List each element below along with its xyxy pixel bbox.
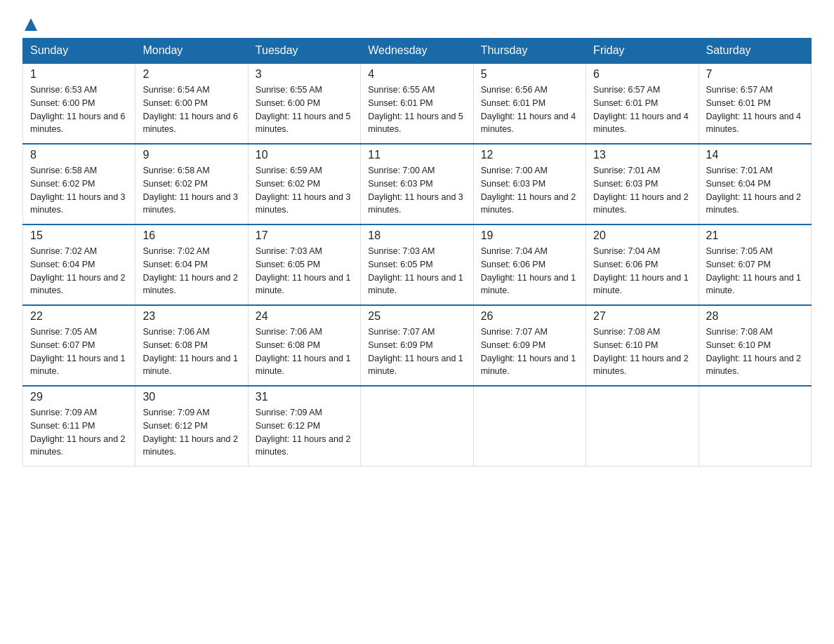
calendar-cell [699,386,811,467]
calendar-cell: 8Sunrise: 6:58 AMSunset: 6:02 PMDaylight… [23,144,135,224]
calendar-cell: 21Sunrise: 7:05 AMSunset: 6:07 PMDayligh… [699,224,811,305]
calendar-cell: 11Sunrise: 7:00 AMSunset: 6:03 PMDayligh… [361,144,473,224]
day-number: 18 [368,229,465,242]
day-info: Sunrise: 6:59 AMSunset: 6:02 PMDaylight:… [256,164,353,217]
calendar-cell: 6Sunrise: 6:57 AMSunset: 6:01 PMDaylight… [586,63,699,144]
day-number: 20 [593,229,691,242]
calendar-table: SundayMondayTuesdayWednesdayThursdayFrid… [22,38,812,467]
calendar-week-row: 22Sunrise: 7:05 AMSunset: 6:07 PMDayligh… [23,305,812,386]
day-info: Sunrise: 7:09 AMSunset: 6:12 PMDaylight:… [256,406,353,459]
day-number: 15 [30,229,128,242]
day-number: 30 [143,391,240,403]
day-info: Sunrise: 6:56 AMSunset: 6:01 PMDaylight:… [481,83,578,136]
calendar-cell: 2Sunrise: 6:54 AMSunset: 6:00 PMDaylight… [135,63,248,144]
calendar-cell [473,386,585,467]
calendar-cell: 22Sunrise: 7:05 AMSunset: 6:07 PMDayligh… [23,305,135,386]
calendar-week-row: 8Sunrise: 6:58 AMSunset: 6:02 PMDaylight… [23,144,812,224]
day-number: 27 [593,310,691,323]
day-info: Sunrise: 7:00 AMSunset: 6:03 PMDaylight:… [481,164,578,217]
day-info: Sunrise: 7:04 AMSunset: 6:06 PMDaylight:… [593,245,691,297]
day-number: 4 [368,68,465,81]
calendar-cell: 31Sunrise: 7:09 AMSunset: 6:12 PMDayligh… [248,386,360,467]
day-number: 16 [143,229,240,242]
calendar-week-row: 15Sunrise: 7:02 AMSunset: 6:04 PMDayligh… [23,224,812,305]
day-number: 19 [481,229,578,242]
day-info: Sunrise: 7:07 AMSunset: 6:09 PMDaylight:… [368,326,465,378]
day-info: Sunrise: 7:09 AMSunset: 6:11 PMDaylight:… [30,406,128,459]
day-number: 25 [368,310,465,323]
day-number: 7 [706,68,804,81]
day-number: 1 [30,68,128,81]
day-info: Sunrise: 7:06 AMSunset: 6:08 PMDaylight:… [256,326,353,378]
calendar-cell: 26Sunrise: 7:07 AMSunset: 6:09 PMDayligh… [473,305,585,386]
day-number: 10 [256,149,353,161]
page-header [22,17,812,29]
calendar-cell: 5Sunrise: 6:56 AMSunset: 6:01 PMDaylight… [473,63,585,144]
day-info: Sunrise: 7:05 AMSunset: 6:07 PMDaylight:… [30,326,128,378]
calendar-cell [586,386,699,467]
calendar-cell: 1Sunrise: 6:53 AMSunset: 6:00 PMDaylight… [23,63,135,144]
calendar-cell: 12Sunrise: 7:00 AMSunset: 6:03 PMDayligh… [473,144,585,224]
day-number: 23 [143,310,240,323]
day-info: Sunrise: 7:04 AMSunset: 6:06 PMDaylight:… [481,245,578,297]
day-number: 5 [481,68,578,81]
day-number: 28 [706,310,804,323]
weekday-header-tuesday: Tuesday [248,39,360,64]
calendar-cell: 24Sunrise: 7:06 AMSunset: 6:08 PMDayligh… [248,305,360,386]
calendar-cell: 28Sunrise: 7:08 AMSunset: 6:10 PMDayligh… [699,305,811,386]
day-info: Sunrise: 7:08 AMSunset: 6:10 PMDaylight:… [593,326,691,378]
calendar-cell: 23Sunrise: 7:06 AMSunset: 6:08 PMDayligh… [135,305,248,386]
calendar-cell: 4Sunrise: 6:55 AMSunset: 6:01 PMDaylight… [361,63,473,144]
day-number: 24 [256,310,353,323]
svg-marker-0 [25,18,37,31]
day-number: 22 [30,310,128,323]
calendar-week-row: 1Sunrise: 6:53 AMSunset: 6:00 PMDaylight… [23,63,812,144]
day-number: 29 [30,391,128,403]
weekday-header-wednesday: Wednesday [361,39,473,64]
day-info: Sunrise: 7:09 AMSunset: 6:12 PMDaylight:… [143,406,240,459]
calendar-cell: 17Sunrise: 7:03 AMSunset: 6:05 PMDayligh… [248,224,360,305]
calendar-cell: 3Sunrise: 6:55 AMSunset: 6:00 PMDaylight… [248,63,360,144]
calendar-cell: 13Sunrise: 7:01 AMSunset: 6:03 PMDayligh… [586,144,699,224]
day-info: Sunrise: 7:07 AMSunset: 6:09 PMDaylight:… [481,326,578,378]
day-number: 12 [481,149,578,161]
calendar-cell: 27Sunrise: 7:08 AMSunset: 6:10 PMDayligh… [586,305,699,386]
calendar-cell: 7Sunrise: 6:57 AMSunset: 6:01 PMDaylight… [699,63,811,144]
day-info: Sunrise: 6:58 AMSunset: 6:02 PMDaylight:… [30,164,128,217]
calendar-cell: 15Sunrise: 7:02 AMSunset: 6:04 PMDayligh… [23,224,135,305]
day-info: Sunrise: 6:58 AMSunset: 6:02 PMDaylight:… [143,164,240,217]
weekday-header-sunday: Sunday [23,39,135,64]
day-number: 3 [256,68,353,81]
logo-arrow-icon [23,17,39,32]
day-info: Sunrise: 7:02 AMSunset: 6:04 PMDaylight:… [143,245,240,297]
day-number: 8 [30,149,128,161]
day-info: Sunrise: 7:00 AMSunset: 6:03 PMDaylight:… [368,164,465,217]
calendar-cell: 16Sunrise: 7:02 AMSunset: 6:04 PMDayligh… [135,224,248,305]
calendar-cell: 10Sunrise: 6:59 AMSunset: 6:02 PMDayligh… [248,144,360,224]
weekday-header-monday: Monday [135,39,248,64]
day-info: Sunrise: 6:55 AMSunset: 6:00 PMDaylight:… [256,83,353,136]
calendar-cell: 30Sunrise: 7:09 AMSunset: 6:12 PMDayligh… [135,386,248,467]
day-info: Sunrise: 7:05 AMSunset: 6:07 PMDaylight:… [706,245,804,297]
calendar-cell: 9Sunrise: 6:58 AMSunset: 6:02 PMDaylight… [135,144,248,224]
calendar-week-row: 29Sunrise: 7:09 AMSunset: 6:11 PMDayligh… [23,386,812,467]
day-number: 17 [256,229,353,242]
day-info: Sunrise: 7:02 AMSunset: 6:04 PMDaylight:… [30,245,128,297]
day-number: 31 [256,391,353,403]
day-info: Sunrise: 7:03 AMSunset: 6:05 PMDaylight:… [256,245,353,297]
day-info: Sunrise: 7:03 AMSunset: 6:05 PMDaylight:… [368,245,465,297]
day-info: Sunrise: 7:01 AMSunset: 6:03 PMDaylight:… [593,164,691,217]
day-info: Sunrise: 7:06 AMSunset: 6:08 PMDaylight:… [143,326,240,378]
calendar-cell: 14Sunrise: 7:01 AMSunset: 6:04 PMDayligh… [699,144,811,224]
day-number: 26 [481,310,578,323]
day-number: 2 [143,68,240,81]
day-number: 21 [706,229,804,242]
weekday-header-friday: Friday [586,39,699,64]
day-number: 11 [368,149,465,161]
day-info: Sunrise: 6:57 AMSunset: 6:01 PMDaylight:… [706,83,804,136]
calendar-cell: 19Sunrise: 7:04 AMSunset: 6:06 PMDayligh… [473,224,585,305]
calendar-cell: 29Sunrise: 7:09 AMSunset: 6:11 PMDayligh… [23,386,135,467]
day-info: Sunrise: 6:54 AMSunset: 6:00 PMDaylight:… [143,83,240,136]
calendar-cell: 25Sunrise: 7:07 AMSunset: 6:09 PMDayligh… [361,305,473,386]
day-number: 6 [593,68,691,81]
